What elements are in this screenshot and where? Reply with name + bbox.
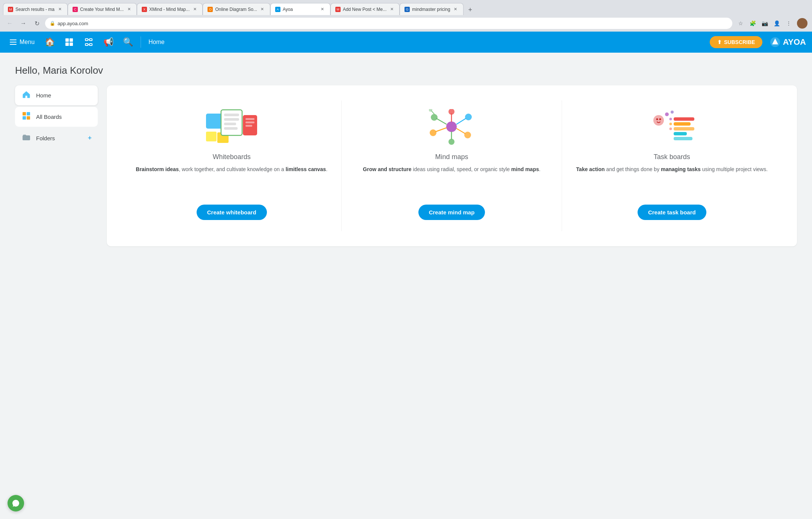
profile-button[interactable]: 👤 <box>771 18 782 29</box>
svg-rect-24 <box>245 118 255 120</box>
add-folder-icon[interactable]: + <box>88 134 92 142</box>
tab-7[interactable]: G mindmaster pricing ✕ <box>400 3 463 15</box>
svg-point-52 <box>670 118 672 120</box>
svg-point-45 <box>665 112 669 116</box>
svg-point-29 <box>431 114 438 121</box>
tab-label: XMind - Mind Map... <box>149 7 189 12</box>
tab-6[interactable]: M Add New Post < Me... ✕ <box>330 3 400 15</box>
nav-search-icon[interactable]: 🔍 <box>120 34 136 50</box>
mindmap-desc-bold1: Grow and structure <box>363 166 411 172</box>
tab-close[interactable]: ✕ <box>320 6 326 12</box>
svg-point-33 <box>448 109 454 115</box>
screenshot-button[interactable]: 📷 <box>759 18 770 29</box>
ayoa-logo-icon <box>770 37 780 47</box>
svg-rect-21 <box>224 123 236 125</box>
main-card: Whiteboards Brainstorm ideas, work toget… <box>107 85 797 246</box>
svg-rect-2 <box>65 42 69 46</box>
svg-rect-19 <box>224 114 239 116</box>
taskboard-svg <box>647 109 696 145</box>
whiteboard-desc-bold2: limitless canvas <box>286 166 326 172</box>
create-mindmap-button[interactable]: Create mind map <box>418 205 485 220</box>
user-avatar[interactable] <box>797 18 807 29</box>
svg-rect-51 <box>674 137 692 140</box>
svg-rect-49 <box>674 127 694 131</box>
svg-rect-48 <box>674 122 691 126</box>
svg-rect-11 <box>23 112 26 115</box>
tab-1[interactable]: M Search results - ma ✕ <box>3 3 68 15</box>
app-nav: Menu 🏠 📢 🔍 Home ⬆ SUBSCRIBE AYOA <box>0 32 812 53</box>
svg-rect-47 <box>674 117 694 121</box>
nav-divider <box>141 36 141 48</box>
page-content: Hello, Maria Korolov Home <box>0 53 812 258</box>
tab-5-active[interactable]: A Ayoa ✕ <box>270 3 330 15</box>
sidebar-all-boards-label: All Boards <box>36 114 62 120</box>
svg-point-54 <box>670 127 672 130</box>
tab-close[interactable]: ✕ <box>453 6 459 12</box>
sidebar-item-folders[interactable]: Folders + <box>15 128 98 148</box>
svg-point-31 <box>430 129 436 136</box>
svg-point-43 <box>656 118 658 120</box>
tab-3[interactable]: X XMind - Mind Map... ✕ <box>137 3 203 15</box>
whiteboard-desc: Brainstorm ideas, work together, and cul… <box>136 165 327 196</box>
tab-close[interactable]: ✕ <box>389 6 395 12</box>
reload-button[interactable]: ↻ <box>32 18 42 29</box>
mindmap-svg <box>429 109 474 145</box>
create-taskboard-button[interactable]: Create task board <box>638 205 706 220</box>
svg-line-36 <box>457 129 465 134</box>
mindmap-section: Mind maps Grow and structure ideas using… <box>342 100 562 231</box>
subscribe-label: SUBSCRIBE <box>724 39 755 45</box>
tab-close[interactable]: ✕ <box>126 6 132 12</box>
svg-rect-0 <box>65 38 69 42</box>
menu-label: Menu <box>20 39 35 46</box>
tab-favicon: G <box>404 7 410 12</box>
extensions-button[interactable]: 🧩 <box>747 18 758 29</box>
create-whiteboard-button[interactable]: Create whiteboard <box>197 205 267 220</box>
svg-line-28 <box>436 118 446 124</box>
svg-point-27 <box>446 121 457 132</box>
new-tab-button[interactable]: + <box>465 5 476 15</box>
tab-label: Search results - ma <box>15 7 55 12</box>
settings-button[interactable]: ⋮ <box>783 18 794 29</box>
tab-close[interactable]: ✕ <box>259 6 265 12</box>
address-input[interactable]: 🔒 app.ayoa.com <box>45 18 732 29</box>
taskboard-desc-bold2: managing tasks <box>661 166 701 172</box>
nav-boards-icon[interactable] <box>61 34 77 50</box>
svg-rect-20 <box>224 118 239 121</box>
svg-line-34 <box>457 118 466 124</box>
tab-close[interactable]: ✕ <box>57 6 63 12</box>
tab-4[interactable]: O Online Diagram So... ✕ <box>203 3 270 15</box>
mindmap-illustration <box>429 108 474 146</box>
sidebar-folders-label: Folders <box>36 135 55 141</box>
page-greeting: Hello, Maria Korolov <box>15 65 797 76</box>
back-button[interactable]: ← <box>5 18 15 29</box>
mindmap-desc-bold2: mind maps <box>511 166 539 172</box>
subscribe-button[interactable]: ⬆ SUBSCRIBE <box>710 36 762 48</box>
sidebar-home-label: Home <box>36 92 51 99</box>
tab-label: Online Diagram So... <box>215 7 257 12</box>
subscribe-icon: ⬆ <box>717 39 722 45</box>
address-bar: ← → ↻ 🔒 app.ayoa.com ☆ 🧩 📷 👤 ⋮ <box>0 15 812 32</box>
home-icon <box>21 90 32 101</box>
sidebar-item-home[interactable]: Home <box>15 85 98 105</box>
svg-rect-13 <box>23 116 26 120</box>
bookmark-button[interactable]: ☆ <box>735 18 746 29</box>
tab-label: Ayoa <box>283 7 317 12</box>
forward-button[interactable]: → <box>18 18 29 29</box>
ayoa-logo-text: AYOA <box>783 37 806 47</box>
nav-announce-icon[interactable]: 📢 <box>100 34 117 50</box>
svg-point-46 <box>671 111 674 114</box>
nav-mindmap-icon[interactable] <box>80 34 97 50</box>
svg-line-30 <box>436 128 446 132</box>
svg-point-39 <box>448 139 454 145</box>
sidebar-item-all-boards[interactable]: All Boards <box>15 107 98 127</box>
tab-2[interactable]: C Create Your Mind M... ✕ <box>68 3 137 15</box>
whiteboard-svg <box>205 109 258 145</box>
tab-close[interactable]: ✕ <box>192 6 198 12</box>
whiteboard-section: Whiteboards Brainstorm ideas, work toget… <box>122 100 342 231</box>
ayoa-logo: AYOA <box>770 37 806 47</box>
menu-button[interactable]: Menu <box>6 36 38 48</box>
address-actions: ☆ 🧩 📷 👤 ⋮ <box>735 18 794 29</box>
whiteboard-desc-bold1: Brainstorm ideas <box>136 166 179 172</box>
nav-home-icon[interactable]: 🏠 <box>41 34 58 50</box>
nav-home-label: Home <box>148 39 165 46</box>
